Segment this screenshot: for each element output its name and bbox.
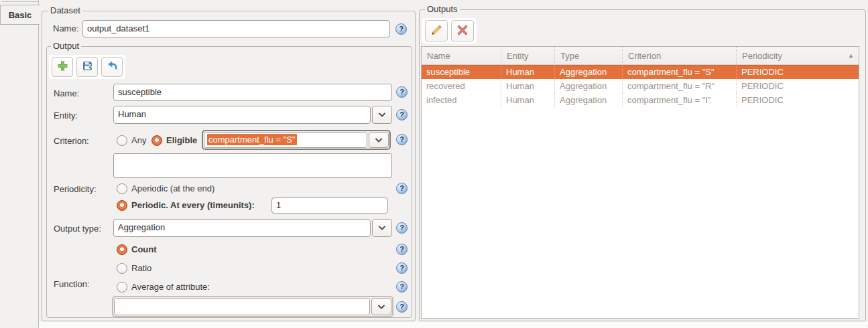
function-average-radio[interactable] — [117, 282, 127, 293]
table-row[interactable]: susceptible Human Aggregation compartmen… — [422, 65, 859, 79]
criterion-eligible-label: Eligible — [166, 135, 197, 146]
criterion-any-label: Any — [131, 135, 146, 146]
criterion-any-radio[interactable] — [117, 135, 127, 146]
output-type-input[interactable]: Aggregation — [113, 219, 371, 237]
output-type-label: Output type: — [54, 224, 101, 234]
chevron-down-icon — [378, 110, 386, 120]
dataset-name-input[interactable]: output_dataset1 — [82, 20, 390, 37]
criterion-selected-text: compartment_flu = "S" — [207, 134, 297, 145]
pencil-icon — [430, 24, 442, 38]
help-icon[interactable]: ? — [396, 222, 408, 234]
output-group-label: Output — [51, 41, 81, 52]
bottom-strip — [39, 322, 868, 328]
output-group: Output Name: — [46, 46, 412, 318]
column-header-periodicity[interactable]: Periodicity ▲ — [736, 47, 859, 64]
output-name-value: susceptible — [118, 87, 162, 97]
save-icon — [82, 60, 93, 74]
column-header-name[interactable]: Name — [422, 47, 501, 64]
table-row[interactable]: recovered Human Aggregation compartment_… — [422, 79, 859, 93]
aperiodic-label: Aperiodic (at the end) — [131, 183, 214, 194]
output-toolbar — [49, 55, 125, 79]
sort-ascending-icon: ▲ — [848, 48, 854, 64]
periodic-value-input[interactable]: 1 — [271, 197, 388, 214]
function-ratio-radio[interactable] — [117, 263, 127, 274]
output-name-input[interactable]: susceptible — [113, 84, 392, 101]
chevron-down-icon — [378, 223, 386, 233]
average-attribute-input[interactable] — [114, 298, 370, 315]
entity-dropdown-button[interactable] — [372, 106, 392, 124]
criterion-label: Criterion: — [54, 136, 89, 147]
dataset-group-label: Dataset — [48, 5, 82, 16]
notebook-top-edge — [2, 1, 38, 2]
help-icon[interactable]: ? — [396, 86, 408, 98]
function-count-label: Count — [131, 244, 157, 255]
tab-basic[interactable]: Basic — [0, 5, 40, 25]
outputs-toolbar — [422, 18, 477, 44]
chevron-down-icon — [375, 135, 383, 145]
function-ratio-label: Ratio — [131, 263, 151, 274]
dataset-name-value: output_dataset1 — [87, 23, 149, 33]
help-icon[interactable]: ? — [396, 262, 408, 274]
chevron-down-icon — [377, 302, 385, 312]
save-output-button[interactable] — [76, 57, 98, 77]
outputs-group-label: Outputs — [425, 4, 460, 15]
column-header-criterion[interactable]: Criterion — [622, 47, 736, 64]
criterion-eligible-radio[interactable] — [151, 135, 162, 146]
output-type-dropdown-button[interactable] — [372, 219, 392, 237]
dataset-name-label: Name: — [53, 23, 78, 34]
aperiodic-radio[interactable] — [117, 183, 127, 194]
column-header-entity[interactable]: Entity — [501, 47, 554, 64]
average-attribute-combobox — [112, 296, 393, 317]
delete-output-button[interactable] — [451, 20, 474, 42]
entity-combobox: Human — [113, 106, 392, 124]
output-type-combobox: Aggregation — [113, 219, 392, 237]
outputs-table-header: Name Entity Type Criterion Periodicity ▲ — [422, 47, 859, 65]
add-output-button[interactable] — [52, 57, 73, 77]
edit-output-button[interactable] — [425, 20, 448, 42]
periodic-radio[interactable] — [117, 200, 127, 211]
dataset-group: Dataset Name: output_dataset1 ? Output — [42, 11, 416, 321]
table-row[interactable]: infected Human Aggregation compartment_f… — [422, 93, 859, 107]
average-attribute-dropdown-button[interactable] — [371, 298, 391, 315]
criterion-expression-textarea[interactable] — [113, 153, 392, 178]
function-average-label: Average of attribute: — [131, 282, 210, 293]
column-header-type[interactable]: Type — [554, 47, 622, 64]
delete-x-icon — [456, 24, 469, 38]
criterion-input[interactable]: compartment_flu = "S" — [204, 132, 367, 148]
notebook-divider — [38, 0, 39, 328]
periodic-label: Periodic. At every (timeunits): — [131, 200, 255, 211]
tab-basic-label: Basic — [9, 10, 32, 20]
outputs-group: Outputs Name Entity Type Criterion Perio… — [419, 9, 866, 321]
entity-input[interactable]: Human — [113, 106, 371, 124]
help-icon[interactable]: ? — [396, 134, 408, 145]
periodicity-label: Periodicity: — [54, 184, 97, 195]
plus-icon — [57, 60, 68, 74]
help-icon[interactable]: ? — [395, 23, 407, 35]
undo-button[interactable] — [101, 57, 123, 77]
help-icon[interactable]: ? — [396, 301, 408, 313]
function-count-radio[interactable] — [117, 244, 127, 255]
help-icon[interactable]: ? — [396, 109, 408, 120]
help-icon[interactable]: ? — [396, 244, 408, 255]
help-icon[interactable]: ? — [396, 183, 408, 194]
undo-icon — [107, 60, 118, 74]
criterion-dropdown-button[interactable] — [369, 132, 389, 148]
entity-label: Entity: — [54, 110, 78, 121]
help-icon[interactable]: ? — [396, 281, 408, 293]
criterion-combobox: compartment_flu = "S" — [202, 130, 391, 150]
function-label: Function: — [54, 279, 89, 290]
outputs-table: Name Entity Type Criterion Periodicity ▲… — [421, 46, 859, 319]
output-name-label: Name: — [54, 88, 79, 99]
